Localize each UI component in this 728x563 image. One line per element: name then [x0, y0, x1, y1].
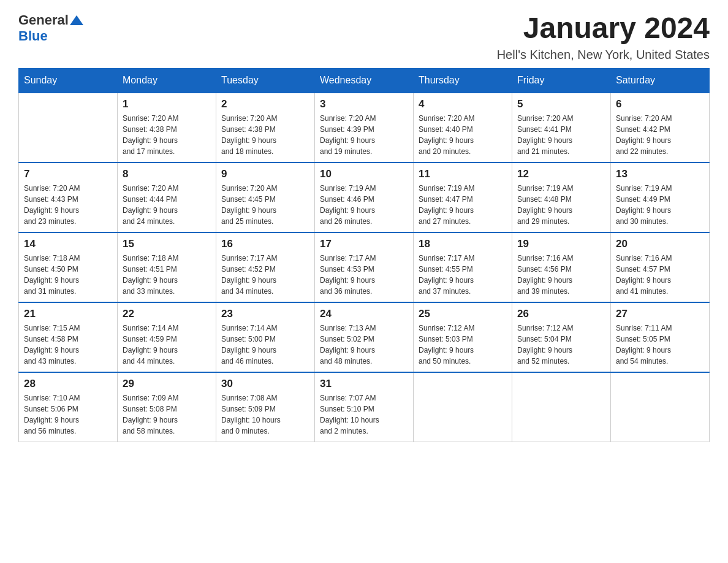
day-number: 18: [419, 238, 507, 250]
day-info: Sunrise: 7:14 AM Sunset: 4:59 PM Dayligh…: [123, 323, 211, 367]
calendar-cell: 15Sunrise: 7:18 AM Sunset: 4:51 PM Dayli…: [118, 232, 216, 302]
day-number: 17: [320, 238, 408, 250]
calendar-cell: 7Sunrise: 7:20 AM Sunset: 4:43 PM Daylig…: [19, 163, 118, 232]
day-info: Sunrise: 7:16 AM Sunset: 4:56 PM Dayligh…: [517, 253, 605, 297]
day-info: Sunrise: 7:10 AM Sunset: 5:06 PM Dayligh…: [24, 393, 112, 437]
calendar-cell: 20Sunrise: 7:16 AM Sunset: 4:57 PM Dayli…: [611, 232, 710, 302]
day-number: 29: [123, 378, 211, 390]
calendar-cell: 8Sunrise: 7:20 AM Sunset: 4:44 PM Daylig…: [118, 163, 216, 232]
day-info: Sunrise: 7:17 AM Sunset: 4:53 PM Dayligh…: [320, 253, 408, 297]
calendar-cell: 14Sunrise: 7:18 AM Sunset: 4:50 PM Dayli…: [19, 232, 118, 302]
calendar-cell: 16Sunrise: 7:17 AM Sunset: 4:52 PM Dayli…: [216, 232, 315, 302]
title-area: January 2024 Hell's Kitchen, New York, U…: [497, 12, 710, 62]
day-info: Sunrise: 7:14 AM Sunset: 5:00 PM Dayligh…: [221, 323, 309, 367]
day-number: 27: [616, 308, 704, 320]
day-number: 3: [320, 98, 408, 110]
day-info: Sunrise: 7:20 AM Sunset: 4:41 PM Dayligh…: [517, 113, 605, 157]
calendar-cell: [512, 372, 611, 442]
day-info: Sunrise: 7:20 AM Sunset: 4:42 PM Dayligh…: [616, 113, 704, 157]
day-number: 8: [123, 168, 211, 180]
calendar-cell: 24Sunrise: 7:13 AM Sunset: 5:02 PM Dayli…: [315, 302, 414, 372]
calendar-cell: 25Sunrise: 7:12 AM Sunset: 5:03 PM Dayli…: [414, 302, 512, 372]
calendar-cell: 1Sunrise: 7:20 AM Sunset: 4:38 PM Daylig…: [118, 93, 216, 163]
day-number: 21: [24, 308, 112, 320]
day-number: 24: [320, 308, 408, 320]
day-number: 9: [221, 168, 309, 180]
calendar-cell: [414, 372, 512, 442]
header: General Blue January 2024 Hell's Kitchen…: [18, 12, 710, 62]
calendar-cell: [19, 93, 118, 163]
month-title: January 2024: [497, 12, 710, 45]
days-header-row: SundayMondayTuesdayWednesdayThursdayFrid…: [19, 68, 710, 93]
day-info: Sunrise: 7:20 AM Sunset: 4:38 PM Dayligh…: [221, 113, 309, 157]
day-header-friday: Friday: [512, 68, 611, 93]
calendar-cell: 6Sunrise: 7:20 AM Sunset: 4:42 PM Daylig…: [611, 93, 710, 163]
day-number: 30: [221, 378, 309, 390]
day-info: Sunrise: 7:12 AM Sunset: 5:03 PM Dayligh…: [419, 323, 507, 367]
day-info: Sunrise: 7:15 AM Sunset: 4:58 PM Dayligh…: [24, 323, 112, 367]
calendar-cell: 23Sunrise: 7:14 AM Sunset: 5:00 PM Dayli…: [216, 302, 315, 372]
calendar-cell: 9Sunrise: 7:20 AM Sunset: 4:45 PM Daylig…: [216, 163, 315, 232]
calendar-cell: 31Sunrise: 7:07 AM Sunset: 5:10 PM Dayli…: [315, 372, 414, 442]
day-number: 7: [24, 168, 112, 180]
week-row-5: 28Sunrise: 7:10 AM Sunset: 5:06 PM Dayli…: [19, 372, 710, 442]
day-header-sunday: Sunday: [19, 68, 118, 93]
calendar-cell: 3Sunrise: 7:20 AM Sunset: 4:39 PM Daylig…: [315, 93, 414, 163]
day-number: 23: [221, 308, 309, 320]
day-info: Sunrise: 7:17 AM Sunset: 4:55 PM Dayligh…: [419, 253, 507, 297]
day-info: Sunrise: 7:13 AM Sunset: 5:02 PM Dayligh…: [320, 323, 408, 367]
calendar-cell: 28Sunrise: 7:10 AM Sunset: 5:06 PM Dayli…: [19, 372, 118, 442]
day-header-saturday: Saturday: [611, 68, 710, 93]
calendar-cell: 27Sunrise: 7:11 AM Sunset: 5:05 PM Dayli…: [611, 302, 710, 372]
day-info: Sunrise: 7:07 AM Sunset: 5:10 PM Dayligh…: [320, 393, 408, 437]
calendar-cell: 5Sunrise: 7:20 AM Sunset: 4:41 PM Daylig…: [512, 93, 611, 163]
day-info: Sunrise: 7:19 AM Sunset: 4:49 PM Dayligh…: [616, 183, 704, 227]
calendar-cell: 11Sunrise: 7:19 AM Sunset: 4:47 PM Dayli…: [414, 163, 512, 232]
calendar-cell: 18Sunrise: 7:17 AM Sunset: 4:55 PM Dayli…: [414, 232, 512, 302]
day-number: 22: [123, 308, 211, 320]
day-info: Sunrise: 7:17 AM Sunset: 4:52 PM Dayligh…: [221, 253, 309, 297]
day-number: 10: [320, 168, 408, 180]
day-number: 11: [419, 168, 507, 180]
day-number: 2: [221, 98, 309, 110]
calendar-cell: 22Sunrise: 7:14 AM Sunset: 4:59 PM Dayli…: [118, 302, 216, 372]
day-info: Sunrise: 7:20 AM Sunset: 4:39 PM Dayligh…: [320, 113, 408, 157]
week-row-2: 7Sunrise: 7:20 AM Sunset: 4:43 PM Daylig…: [19, 163, 710, 232]
calendar-cell: 4Sunrise: 7:20 AM Sunset: 4:40 PM Daylig…: [414, 93, 512, 163]
day-number: 14: [24, 238, 112, 250]
day-info: Sunrise: 7:08 AM Sunset: 5:09 PM Dayligh…: [221, 393, 309, 437]
day-number: 26: [517, 308, 605, 320]
day-number: 4: [419, 98, 507, 110]
day-info: Sunrise: 7:20 AM Sunset: 4:45 PM Dayligh…: [221, 183, 309, 227]
day-header-monday: Monday: [118, 68, 216, 93]
day-number: 31: [320, 378, 408, 390]
day-header-thursday: Thursday: [414, 68, 512, 93]
day-number: 25: [419, 308, 507, 320]
day-info: Sunrise: 7:18 AM Sunset: 4:51 PM Dayligh…: [123, 253, 211, 297]
location-title: Hell's Kitchen, New York, United States: [497, 48, 710, 62]
day-number: 13: [616, 168, 704, 180]
week-row-4: 21Sunrise: 7:15 AM Sunset: 4:58 PM Dayli…: [19, 302, 710, 372]
day-info: Sunrise: 7:19 AM Sunset: 4:48 PM Dayligh…: [517, 183, 605, 227]
day-info: Sunrise: 7:19 AM Sunset: 4:47 PM Dayligh…: [419, 183, 507, 227]
week-row-1: 1Sunrise: 7:20 AM Sunset: 4:38 PM Daylig…: [19, 93, 710, 163]
day-info: Sunrise: 7:16 AM Sunset: 4:57 PM Dayligh…: [616, 253, 704, 297]
calendar-cell: 2Sunrise: 7:20 AM Sunset: 4:38 PM Daylig…: [216, 93, 315, 163]
logo-triangle-icon: [70, 15, 83, 25]
day-header-tuesday: Tuesday: [216, 68, 315, 93]
day-info: Sunrise: 7:11 AM Sunset: 5:05 PM Dayligh…: [616, 323, 704, 367]
calendar-cell: 13Sunrise: 7:19 AM Sunset: 4:49 PM Dayli…: [611, 163, 710, 232]
logo: General Blue: [18, 12, 83, 44]
calendar-cell: 26Sunrise: 7:12 AM Sunset: 5:04 PM Dayli…: [512, 302, 611, 372]
logo-general-text: General: [18, 12, 69, 28]
week-row-3: 14Sunrise: 7:18 AM Sunset: 4:50 PM Dayli…: [19, 232, 710, 302]
day-number: 6: [616, 98, 704, 110]
day-number: 28: [24, 378, 112, 390]
calendar-cell: 21Sunrise: 7:15 AM Sunset: 4:58 PM Dayli…: [19, 302, 118, 372]
calendar-cell: 17Sunrise: 7:17 AM Sunset: 4:53 PM Dayli…: [315, 232, 414, 302]
day-info: Sunrise: 7:18 AM Sunset: 4:50 PM Dayligh…: [24, 253, 112, 297]
day-info: Sunrise: 7:12 AM Sunset: 5:04 PM Dayligh…: [517, 323, 605, 367]
day-info: Sunrise: 7:20 AM Sunset: 4:38 PM Dayligh…: [123, 113, 211, 157]
calendar-cell: 29Sunrise: 7:09 AM Sunset: 5:08 PM Dayli…: [118, 372, 216, 442]
calendar-cell: 30Sunrise: 7:08 AM Sunset: 5:09 PM Dayli…: [216, 372, 315, 442]
